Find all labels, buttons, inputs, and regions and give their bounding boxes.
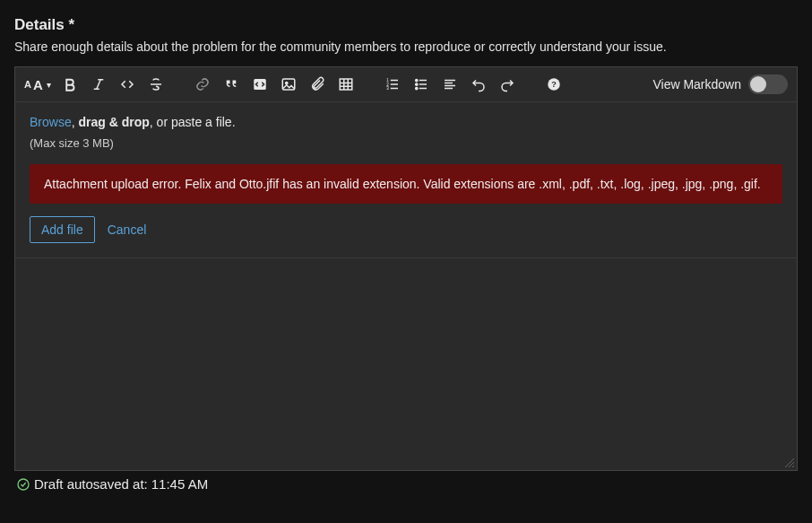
code-block-button[interactable] <box>250 74 270 94</box>
svg-text:3: 3 <box>386 86 389 91</box>
max-size-text: (Max size 3 MB) <box>30 136 782 150</box>
file-drop-area[interactable]: Browse, drag & drop, or paste a file. (M… <box>15 102 797 258</box>
upload-error-message: Attachment upload error. Felix and Otto.… <box>30 164 782 204</box>
editor-toolbar: AA▾ 123 <box>15 67 797 102</box>
code-button[interactable] <box>117 74 137 94</box>
font-size-button[interactable]: AA▾ <box>24 74 51 94</box>
drop-actions: Add file Cancel <box>30 216 782 243</box>
paste-text: , or paste a file. <box>150 115 236 129</box>
italic-button[interactable] <box>89 74 108 94</box>
svg-rect-7 <box>340 79 352 90</box>
svg-point-21 <box>415 79 417 81</box>
svg-point-6 <box>285 82 287 83</box>
view-markdown-control: View Markdown <box>652 74 788 94</box>
editor-textarea[interactable] <box>15 258 797 470</box>
bold-button[interactable] <box>60 74 80 94</box>
autosave-prefix: Draft autosaved at: <box>34 476 148 492</box>
autosave-status: Draft autosaved at: 11:45 AM <box>16 476 798 492</box>
rich-text-editor: AA▾ 123 <box>14 66 798 471</box>
add-file-button[interactable]: Add file <box>30 216 95 243</box>
drop-instructions: Browse, drag & drop, or paste a file. <box>30 115 782 129</box>
redo-button[interactable] <box>497 74 517 94</box>
image-button[interactable] <box>279 74 298 94</box>
autosave-time: 11:45 AM <box>151 476 208 492</box>
svg-point-30 <box>18 479 29 490</box>
view-markdown-label: View Markdown <box>652 77 741 92</box>
svg-point-22 <box>415 83 417 85</box>
toolbar-group-insert <box>193 74 356 94</box>
check-circle-icon <box>16 477 30 492</box>
undo-button[interactable] <box>469 74 488 94</box>
browse-link[interactable]: Browse <box>30 115 72 129</box>
view-markdown-toggle[interactable] <box>748 74 788 94</box>
unordered-list-button[interactable] <box>411 74 431 94</box>
link-button[interactable] <box>193 74 212 94</box>
strikethrough-button[interactable] <box>146 74 166 94</box>
details-section: Details * Share enough details about the… <box>0 0 812 492</box>
table-button[interactable] <box>336 74 356 94</box>
svg-line-2 <box>97 80 101 90</box>
cancel-link[interactable]: Cancel <box>108 222 147 237</box>
svg-point-23 <box>415 87 417 89</box>
align-button[interactable] <box>440 74 460 94</box>
toolbar-group-list: 123 <box>383 74 517 94</box>
section-subtitle: Share enough details about the problem f… <box>14 39 798 54</box>
help-button[interactable]: ? <box>544 74 564 94</box>
resize-handle-icon[interactable] <box>784 458 795 468</box>
section-title: Details * <box>14 16 798 34</box>
svg-text:?: ? <box>551 80 557 89</box>
quote-button[interactable] <box>221 74 241 94</box>
drag-drop-text: drag & drop <box>78 115 149 129</box>
toolbar-group-text: AA▾ <box>24 74 166 94</box>
attachment-button[interactable] <box>307 74 327 94</box>
ordered-list-button[interactable]: 123 <box>383 74 402 94</box>
